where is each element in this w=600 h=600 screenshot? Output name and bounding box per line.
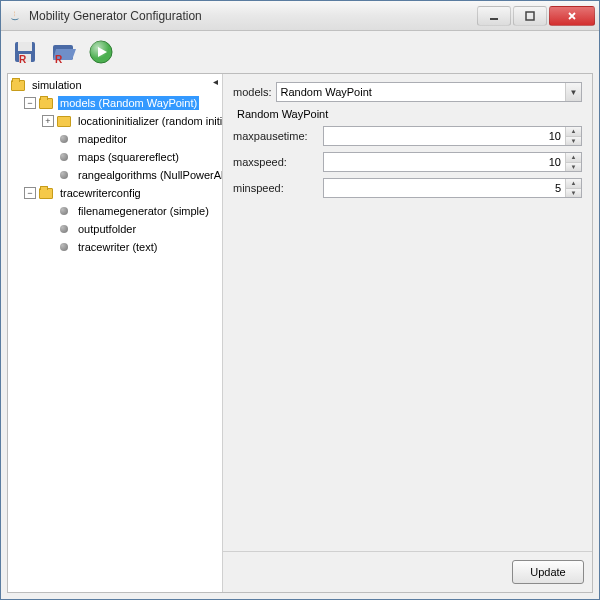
minimize-button[interactable] (477, 6, 511, 26)
models-combobox[interactable]: Random WayPoint ▼ (276, 82, 582, 102)
tree-label: tracewriter (text) (76, 240, 159, 254)
tree-label: models (Random WayPoint) (58, 96, 199, 110)
maxspeed-row: maxspeed: 10 ▲ ▼ (233, 152, 582, 172)
window-controls (475, 6, 595, 26)
tree-panel[interactable]: ◂ simulation − models (Random WayPoint) … (8, 74, 223, 592)
tree-node-simulation[interactable]: simulation (8, 76, 222, 94)
tree-node-outputfolder[interactable]: · outputfolder (8, 220, 222, 238)
run-button[interactable] (85, 36, 117, 68)
models-value: Random WayPoint (281, 86, 372, 98)
titlebar: Mobility Generator Configuration (1, 1, 599, 31)
maxspeed-spinner[interactable]: 10 ▲ ▼ (323, 152, 582, 172)
svg-text:R: R (55, 54, 63, 65)
maxpausetime-label: maxpausetime: (233, 130, 319, 142)
spinner-buttons: ▲ ▼ (565, 153, 581, 171)
chevron-down-icon: ▼ (565, 83, 581, 101)
minspeed-value: 5 (328, 182, 565, 194)
collapse-icon[interactable]: − (24, 97, 36, 109)
window-title: Mobility Generator Configuration (29, 9, 475, 23)
expand-icon[interactable]: + (42, 115, 54, 127)
content-area: ◂ simulation − models (Random WayPoint) … (7, 73, 593, 593)
splitter-collapse-icon[interactable]: ◂ (213, 76, 223, 88)
spin-down-icon[interactable]: ▼ (566, 189, 581, 198)
tree-label: maps (squarereflect) (76, 150, 181, 164)
leaf-icon (56, 222, 72, 236)
leaf-icon (56, 168, 72, 182)
minspeed-label: minspeed: (233, 182, 319, 194)
save-button[interactable]: R (9, 36, 41, 68)
tree-label: tracewriterconfig (58, 186, 143, 200)
close-button[interactable] (549, 6, 595, 26)
update-button[interactable]: Update (512, 560, 584, 584)
maxpausetime-value: 10 (328, 130, 565, 142)
button-bar: Update (223, 551, 592, 592)
tree-node-models[interactable]: − models (Random WayPoint) (8, 94, 222, 112)
collapse-icon[interactable]: − (24, 187, 36, 199)
leaf-icon (56, 240, 72, 254)
open-button[interactable]: R (47, 36, 79, 68)
spin-down-icon[interactable]: ▼ (566, 163, 581, 172)
tree-node-tracewriterconfig[interactable]: − tracewriterconfig (8, 184, 222, 202)
minspeed-row: minspeed: 5 ▲ ▼ (233, 178, 582, 198)
folder-closed-icon (56, 114, 72, 128)
spin-up-icon[interactable]: ▲ (566, 179, 581, 189)
spin-up-icon[interactable]: ▲ (566, 153, 581, 163)
toolbar: R R (1, 31, 599, 73)
spinner-buttons: ▲ ▼ (565, 127, 581, 145)
leaf-icon (56, 204, 72, 218)
leaf-icon (56, 132, 72, 146)
tree-label: locationinitializer (random initializer) (76, 114, 223, 128)
models-row: models: Random WayPoint ▼ (233, 82, 582, 102)
tree-label: filenamegenerator (simple) (76, 204, 211, 218)
folder-open-icon (10, 78, 26, 92)
tree-node-locationinitializer[interactable]: + locationinitializer (random initialize… (8, 112, 222, 130)
spin-down-icon[interactable]: ▼ (566, 137, 581, 146)
svg-text:R: R (19, 54, 27, 65)
tree-node-mapeditor[interactable]: · mapeditor (8, 130, 222, 148)
form-area: models: Random WayPoint ▼ Random WayPoin… (223, 74, 592, 551)
update-button-label: Update (530, 566, 565, 578)
tree-node-maps[interactable]: · maps (squarereflect) (8, 148, 222, 166)
svg-rect-1 (526, 12, 534, 20)
tree-label: mapeditor (76, 132, 129, 146)
java-app-icon (7, 8, 23, 24)
maxspeed-value: 10 (328, 156, 565, 168)
tree-label: rangealgorithms (NullPowerAlgorithm) (76, 168, 223, 182)
folder-open-icon (38, 96, 54, 110)
maxpausetime-spinner[interactable]: 10 ▲ ▼ (323, 126, 582, 146)
spinner-buttons: ▲ ▼ (565, 179, 581, 197)
tree-node-filenamegenerator[interactable]: · filenamegenerator (simple) (8, 202, 222, 220)
maxpausetime-row: maxpausetime: 10 ▲ ▼ (233, 126, 582, 146)
svg-rect-0 (490, 18, 498, 20)
folder-open-icon (38, 186, 54, 200)
app-window: Mobility Generator Configuration R (0, 0, 600, 600)
maxspeed-label: maxspeed: (233, 156, 319, 168)
maximize-button[interactable] (513, 6, 547, 26)
leaf-icon (56, 150, 72, 164)
tree-node-tracewriter[interactable]: · tracewriter (text) (8, 238, 222, 256)
tree-node-rangealgorithms[interactable]: · rangealgorithms (NullPowerAlgorithm) (8, 166, 222, 184)
minspeed-spinner[interactable]: 5 ▲ ▼ (323, 178, 582, 198)
models-label: models: (233, 86, 272, 98)
tree-label: outputfolder (76, 222, 138, 236)
svg-rect-3 (18, 42, 32, 51)
spin-up-icon[interactable]: ▲ (566, 127, 581, 137)
models-subheading: Random WayPoint (237, 108, 582, 120)
tree-label: simulation (30, 78, 84, 92)
details-panel: models: Random WayPoint ▼ Random WayPoin… (223, 74, 592, 592)
